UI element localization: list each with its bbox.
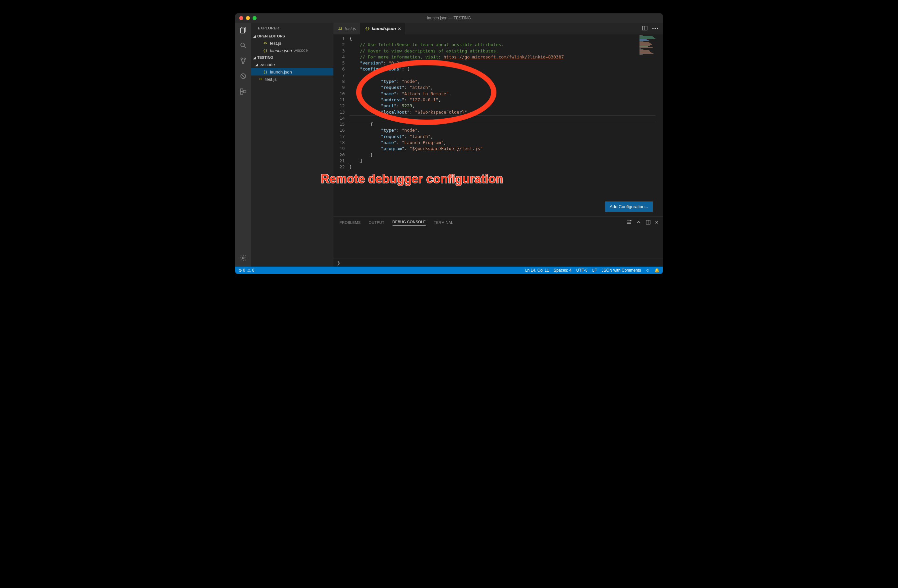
json-file-icon: {} — [263, 70, 268, 74]
eol-status[interactable]: LF — [592, 268, 597, 272]
chevron-down-icon: ◢ — [253, 34, 256, 38]
explorer-sidebar: EXPLORER ◢ OPEN EDITORS JS test.js {} la… — [251, 23, 334, 266]
debug-console-input[interactable]: ❯ — [334, 259, 663, 266]
panel-tab-debug-console[interactable]: DEBUG CONSOLE — [392, 220, 426, 226]
add-configuration-button[interactable]: Add Configuration... — [605, 202, 653, 212]
window-title: launch.json — TESTING — [235, 16, 663, 20]
svg-rect-10 — [241, 92, 243, 94]
folder-item[interactable]: ◢ .vscode — [251, 61, 334, 68]
panel-tab-terminal[interactable]: TERMINAL — [434, 220, 453, 225]
panel-tabs: PROBLEMS OUTPUT DEBUG CONSOLE TERMINAL — [334, 217, 663, 228]
json-file-icon: {} — [263, 48, 268, 53]
file-item-test-js[interactable]: JS test.js — [251, 75, 334, 83]
activity-bar — [235, 23, 251, 266]
window-controls — [235, 16, 257, 20]
panel-tab-output[interactable]: OUTPUT — [369, 220, 384, 225]
warning-icon: ⚠ — [247, 268, 251, 272]
panel-tab-problems[interactable]: PROBLEMS — [340, 220, 361, 225]
debug-icon[interactable] — [238, 71, 248, 81]
svg-line-8 — [241, 74, 245, 78]
search-icon[interactable] — [238, 41, 248, 50]
settings-gear-icon[interactable] — [238, 253, 248, 263]
svg-point-2 — [241, 43, 244, 47]
tab-test-js[interactable]: JS test.js — [334, 23, 360, 34]
svg-point-5 — [244, 58, 246, 60]
close-tab-icon[interactable]: × — [398, 26, 401, 31]
panel-close-icon[interactable]: × — [655, 220, 658, 226]
panel-maximize-icon[interactable] — [646, 220, 650, 225]
json-file-icon: {} — [364, 26, 370, 31]
panel-collapse-icon[interactable] — [637, 220, 641, 225]
maximize-window-button[interactable] — [252, 16, 257, 20]
split-editor-icon[interactable] — [642, 25, 647, 32]
debug-console-output[interactable] — [334, 228, 663, 259]
svg-rect-1 — [241, 28, 244, 33]
editor[interactable]: 12345678910111213141516171819202122 { //… — [334, 34, 663, 217]
bottom-panel: PROBLEMS OUTPUT DEBUG CONSOLE TERMINAL — [334, 217, 663, 266]
tab-launch-json[interactable]: {} launch.json × — [360, 23, 405, 34]
extensions-icon[interactable] — [238, 87, 248, 96]
code-content[interactable]: { // Use IntelliSense to learn about pos… — [349, 34, 663, 217]
minimize-window-button[interactable] — [246, 16, 250, 20]
cursor-position[interactable]: Ln 14, Col 11 — [525, 268, 549, 272]
errors-status[interactable]: ⊘ 0 — [238, 268, 245, 272]
editor-group: JS test.js {} launch.json × ••• 12345678… — [334, 23, 663, 266]
open-editor-item[interactable]: {} launch.json .vscode — [251, 47, 334, 54]
js-file-icon: JS — [337, 27, 343, 31]
chevron-down-icon: ◢ — [253, 56, 256, 60]
js-file-icon: JS — [258, 77, 263, 81]
line-numbers-gutter: 12345678910111213141516171819202122 — [334, 34, 349, 217]
language-mode[interactable]: JSON with Comments — [602, 268, 641, 272]
prompt-chevron-icon: ❯ — [337, 260, 340, 265]
notifications-icon[interactable]: 🔔 — [655, 268, 660, 272]
sidebar-title: EXPLORER — [251, 23, 334, 33]
svg-rect-11 — [243, 90, 246, 92]
feedback-icon[interactable]: ☺ — [646, 268, 650, 272]
open-editor-item[interactable]: JS test.js — [251, 39, 334, 47]
svg-point-4 — [241, 58, 243, 60]
svg-point-6 — [243, 62, 244, 64]
svg-rect-9 — [241, 89, 243, 91]
chevron-down-icon: ◢ — [255, 63, 258, 66]
more-actions-icon[interactable]: ••• — [652, 26, 659, 31]
status-bar: ⊘ 0 ⚠ 0 Ln 14, Col 11 Spaces: 4 UTF-8 LF… — [235, 266, 663, 274]
source-control-icon[interactable] — [238, 56, 248, 66]
error-icon: ⊘ — [238, 268, 242, 272]
close-window-button[interactable] — [239, 16, 243, 20]
explorer-icon[interactable] — [238, 25, 248, 35]
js-file-icon: JS — [263, 42, 268, 45]
svg-point-12 — [242, 257, 244, 259]
encoding-status[interactable]: UTF-8 — [576, 268, 587, 272]
file-item-launch-json[interactable]: {} launch.json — [251, 68, 334, 75]
svg-line-3 — [244, 46, 246, 48]
vscode-window: launch.json — TESTING E — [235, 13, 663, 274]
open-editors-header[interactable]: ◢ OPEN EDITORS — [251, 33, 334, 39]
warnings-status[interactable]: ⚠ 0 — [247, 268, 254, 272]
panel-filter-icon[interactable] — [626, 220, 632, 226]
editor-tabs: JS test.js {} launch.json × ••• — [334, 23, 663, 34]
indentation-status[interactable]: Spaces: 4 — [554, 268, 571, 272]
titlebar: launch.json — TESTING — [235, 13, 663, 23]
workspace-header[interactable]: ◢ TESTING — [251, 54, 334, 61]
